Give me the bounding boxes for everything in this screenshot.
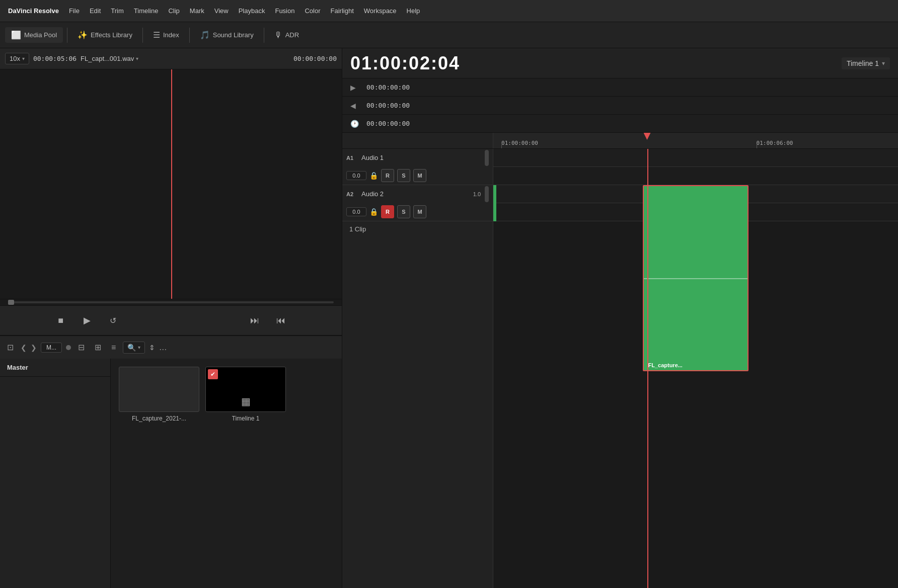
audio-clip-a2[interactable]: FL_capture... [643, 185, 748, 371]
filename-chevron-icon: ▾ [136, 56, 138, 61]
zoom-chevron-icon: ▾ [22, 56, 25, 61]
menu-workspace[interactable]: Workspace [360, 5, 401, 17]
menu-trim[interactable]: Trim [107, 5, 128, 17]
media-item-name-2: Timeline 1 [232, 415, 260, 422]
tracks-content: FL_capture... [493, 149, 898, 588]
track-a1-content-top [493, 149, 898, 167]
menu-fusion[interactable]: Fusion [271, 5, 298, 17]
track-a1-s-button[interactable]: S [397, 169, 410, 182]
zoom-value: 10x [10, 55, 20, 62]
left-arrow-button[interactable]: ❮ [21, 344, 27, 352]
menu-view[interactable]: View [210, 5, 233, 17]
track-a2-r-button[interactable]: R [381, 205, 394, 218]
track-a1-id: A1 [346, 155, 357, 161]
more-options-button[interactable]: ... [159, 342, 167, 353]
track-header-a1: A1 Audio 1 0.0 🔒 R S M [342, 149, 493, 185]
panel-toggle-button[interactable]: ⊡ [4, 341, 17, 354]
menu-color[interactable]: Color [301, 5, 324, 17]
play-button[interactable]: ▶ [79, 312, 95, 328]
menu-playback[interactable]: Playback [235, 5, 269, 17]
track-a2-value: 1.0 [473, 191, 481, 197]
media-thumbnail-2: ✔ ▦ [205, 367, 286, 412]
search-button[interactable]: 🔍 ▾ [123, 342, 145, 354]
toolbar-adr-label: ADR [285, 31, 299, 39]
track-a1-lock-icon[interactable]: 🔒 [369, 172, 378, 180]
track-a1-volume[interactable]: 0.0 [346, 171, 366, 180]
stop-button[interactable]: ■ [53, 312, 69, 328]
menu-timeline[interactable]: Timeline [130, 5, 163, 17]
menu-edit[interactable]: Edit [86, 5, 105, 17]
filename-selector[interactable]: FL_capt...001.wav ▾ [81, 55, 138, 62]
clip-waveform [644, 278, 747, 279]
media-sidebar-header: Master [0, 359, 110, 377]
media-sidebar: Master [0, 359, 111, 588]
menu-help[interactable]: Help [403, 5, 424, 17]
track-a2-volume[interactable]: 0.0 [346, 207, 366, 216]
track-a2-id: A2 [346, 191, 357, 197]
track-a1-r-button[interactable]: R [381, 169, 394, 182]
detail-view-toggle[interactable]: ≡ [108, 342, 119, 354]
adr-icon: 🎙 [274, 31, 282, 40]
track-a2-fader[interactable] [485, 186, 489, 202]
right-panel: 01:00:02:04 Timeline 1 ▾ ▶ 00:00:00:00 ◀… [342, 48, 898, 588]
loop-button[interactable]: ↺ [105, 312, 121, 328]
media-thumbnail-1 [119, 367, 199, 412]
right-arrow-button[interactable]: ❯ [31, 344, 37, 352]
menu-mark[interactable]: Mark [186, 5, 208, 17]
toolbar-effects-library[interactable]: ✨ Effects Library [71, 27, 138, 43]
track-a1-fader[interactable] [485, 150, 489, 166]
next-button[interactable]: ⏭ [247, 312, 263, 328]
search-icon: 🔍 [127, 344, 136, 352]
grid-view-toggle[interactable]: ⊞ [92, 341, 104, 354]
media-item-name-1: FL_capture_2021-... [132, 415, 186, 422]
ruler-tick-1 [501, 144, 502, 148]
toolbar-sound-library[interactable]: 🎵 Sound Library [194, 27, 260, 43]
ruler-track-header [342, 133, 493, 148]
media-grid: FL_capture_2021-... ✔ ▦ Timeline 1 [111, 359, 342, 588]
toolbar-sound-library-label: Sound Library [213, 31, 254, 39]
ruler-playhead-triangle [644, 133, 651, 140]
menu-fairlight[interactable]: Fairlight [327, 5, 358, 17]
list-item[interactable]: ✔ ▦ Timeline 1 [205, 367, 286, 422]
prev-button[interactable]: ⏮ [273, 312, 289, 328]
zoom-handle[interactable] [8, 300, 14, 305]
track-a2-lock-icon[interactable]: 🔒 [369, 208, 378, 216]
in-point-value: 00:00:00:00 [366, 83, 410, 91]
timeline-tracks-container: A1 Audio 1 0.0 🔒 R S M A2 [342, 149, 898, 588]
timeline-playhead [647, 149, 648, 588]
sort-button[interactable]: ⇕ [149, 344, 155, 352]
track-a2-m-button[interactable]: M [413, 205, 426, 218]
zoom-selector[interactable]: 10x ▾ [5, 53, 29, 64]
toolbar-sep-1 [67, 28, 67, 43]
ruler-marks: 01:00:00:00 01:00:06:00 [493, 133, 898, 148]
out-point-icon: ◀ [350, 102, 362, 110]
ruler-label-1: 01:00:00:00 [501, 140, 538, 146]
view-dot [66, 345, 71, 350]
menu-clip[interactable]: Clip [164, 5, 183, 17]
track-a1-name: Audio 1 [361, 154, 481, 161]
toolbar-media-pool[interactable]: ⬜ Media Pool [5, 27, 63, 43]
bin-label-button[interactable]: M... [41, 343, 62, 353]
toolbar-index[interactable]: ☰ Index [147, 27, 185, 43]
duration-row: 🕐 00:00:00:00 [342, 115, 898, 133]
green-left-bar [493, 185, 496, 221]
transport-times: ▶ 00:00:00:00 ◀ 00:00:00:00 🕐 00:00:00:0… [342, 78, 898, 133]
effects-library-icon: ✨ [78, 30, 88, 40]
in-point-row: ▶ 00:00:00:00 [342, 78, 898, 97]
toolbar-adr[interactable]: 🎙 ADR [268, 28, 305, 43]
toolbar-sep-4 [264, 28, 264, 43]
toolbar-effects-library-label: Effects Library [91, 31, 132, 39]
ruler-label-2: 01:00:06:00 [757, 140, 793, 146]
timeline-name-button[interactable]: Timeline 1 ▾ [842, 57, 890, 69]
timeline-ruler[interactable]: 01:00:00:00 01:00:06:00 [342, 133, 898, 149]
list-view-toggle[interactable]: ⊟ [75, 341, 88, 354]
viewer-timecode: 00:00:05:06 [33, 55, 77, 62]
tracks-headers: A1 Audio 1 0.0 🔒 R S M A2 [342, 149, 493, 588]
track-a1-m-button[interactable]: M [413, 169, 426, 182]
sound-library-icon: 🎵 [200, 30, 210, 40]
menu-file[interactable]: File [65, 5, 84, 17]
list-item[interactable]: FL_capture_2021-... [119, 367, 199, 422]
menu-brand[interactable]: DaVinci Resolve [4, 5, 63, 17]
checkmark-icon: ✔ [208, 369, 218, 379]
track-a2-s-button[interactable]: S [397, 205, 410, 218]
